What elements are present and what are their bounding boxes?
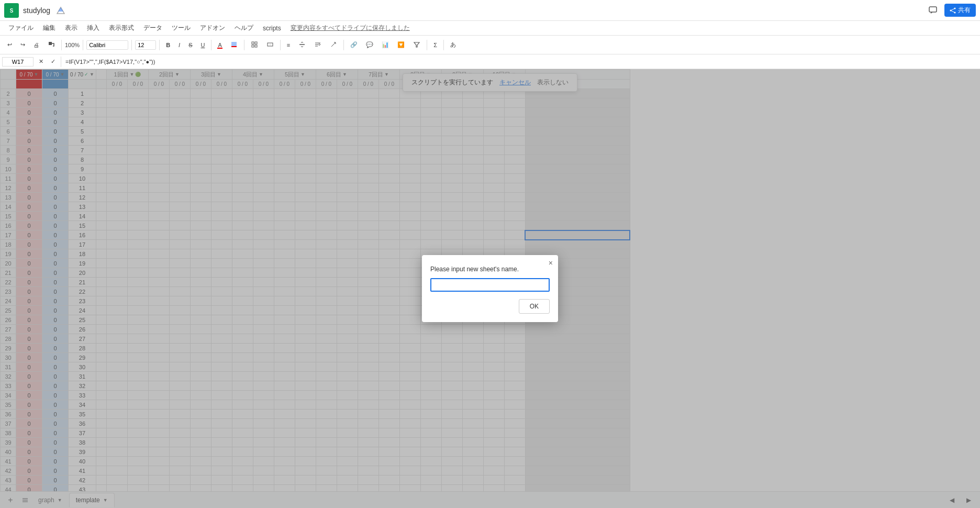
- menu-format[interactable]: 表示形式: [105, 21, 138, 35]
- svg-rect-15: [252, 45, 254, 47]
- svg-rect-14: [255, 42, 257, 44]
- menu-addons[interactable]: アドオン: [196, 21, 229, 35]
- font-name-input[interactable]: [86, 40, 128, 50]
- sep2: [83, 40, 83, 50]
- bold-btn[interactable]: B: [163, 40, 173, 50]
- formula-text: =IF(V17>"",'',IF($A17>V17,"○","●")): [63, 59, 978, 65]
- sep9: [427, 40, 427, 50]
- zoom-label: 100%: [65, 42, 80, 48]
- underline-btn[interactable]: U: [198, 40, 208, 50]
- merge-btn[interactable]: [263, 39, 277, 51]
- cell-reference-input[interactable]: [2, 57, 34, 67]
- comment-btn[interactable]: 💬: [363, 40, 376, 50]
- svg-rect-12: [231, 46, 237, 47]
- borders-btn[interactable]: [248, 39, 261, 51]
- fill-color-btn[interactable]: [227, 39, 241, 51]
- undo-btn[interactable]: ↩: [4, 40, 15, 50]
- sep6: [244, 40, 244, 50]
- menu-bar: ファイル 編集 表示 挿入 表示形式 データ ツール アドオン ヘルプ scri…: [0, 21, 980, 36]
- menu-view[interactable]: 表示: [61, 21, 82, 35]
- sep5: [211, 40, 211, 50]
- formula-actions: ✕ ✓: [36, 57, 59, 67]
- sigma-btn[interactable]: Σ: [430, 40, 440, 50]
- sep3: [131, 40, 132, 50]
- align-btn[interactable]: ≡: [284, 40, 293, 50]
- sep10: [443, 40, 444, 50]
- sep4: [159, 40, 160, 50]
- main-content: スクリプトを実行しています キャンセル 表示しない 0 / 70 ▼: [0, 69, 980, 508]
- filter-btn[interactable]: 🔽: [394, 40, 408, 50]
- modal-ok-btn[interactable]: OK: [519, 299, 550, 314]
- menu-file[interactable]: ファイル: [4, 21, 38, 35]
- toolbar: ↩ ↪ 🖨 100% B I S U A ≡ 🔗 💬 📊 🔽 Σ: [0, 36, 980, 54]
- share-label: 共有: [958, 6, 971, 15]
- modal-close-btn[interactable]: ×: [549, 259, 553, 267]
- rotate-btn[interactable]: [327, 39, 340, 51]
- modal-buttons: OK: [430, 299, 550, 314]
- menu-data[interactable]: データ: [139, 21, 166, 35]
- formula-sep: [61, 57, 61, 67]
- chart-btn[interactable]: 📊: [378, 40, 392, 50]
- svg-line-23: [331, 42, 336, 47]
- link-btn[interactable]: 🔗: [347, 40, 361, 50]
- formula-bar: ✕ ✓ =IF(V17>"",'',IF($A17>V17,"○","●")): [0, 54, 980, 69]
- print-btn[interactable]: 🖨: [30, 40, 42, 50]
- svg-rect-11: [231, 42, 237, 46]
- wrap-btn[interactable]: [311, 39, 325, 51]
- strikethrough-btn[interactable]: S: [185, 40, 195, 50]
- svg-text:S: S: [10, 8, 14, 14]
- app-title: studylog: [23, 6, 50, 15]
- menu-edit[interactable]: 編集: [39, 21, 60, 35]
- drive-icon[interactable]: [57, 6, 65, 15]
- valign-btn[interactable]: [295, 39, 309, 51]
- svg-rect-10: [49, 42, 52, 45]
- save-notice[interactable]: 変更内容をすべてドライブに保存しました: [291, 24, 410, 32]
- svg-line-8: [951, 8, 955, 10]
- filter2-btn[interactable]: [410, 39, 424, 51]
- text-color-btn[interactable]: A: [215, 40, 225, 50]
- menu-insert[interactable]: 挿入: [83, 21, 104, 35]
- modal-prompt: Please input new sheet's name.: [430, 266, 550, 273]
- svg-rect-16: [255, 45, 257, 47]
- svg-marker-24: [414, 42, 419, 47]
- menu-tools[interactable]: ツール: [168, 21, 195, 35]
- modal-overlay: × Please input new sheet's name. OK: [0, 69, 980, 508]
- japanese-btn[interactable]: あ: [447, 39, 459, 50]
- italic-btn[interactable]: I: [175, 40, 183, 50]
- top-bar: S studylog 共有: [0, 0, 980, 21]
- formula-confirm-btn[interactable]: ✓: [48, 57, 59, 67]
- sheet-name-input[interactable]: [430, 278, 550, 292]
- chat-icon-btn[interactable]: [926, 3, 940, 18]
- modal-dialog: × Please input new sheet's name. OK: [422, 255, 558, 322]
- sep8: [343, 40, 344, 50]
- svg-line-9: [951, 10, 955, 13]
- share-button[interactable]: 共有: [944, 4, 976, 17]
- paint-format-btn[interactable]: [44, 39, 58, 51]
- font-size-input[interactable]: [135, 40, 156, 50]
- menu-scripts[interactable]: scripts: [259, 23, 285, 34]
- svg-marker-3: [58, 7, 63, 12]
- svg-rect-13: [252, 42, 254, 44]
- top-right-icons: 共有: [926, 3, 976, 18]
- svg-rect-4: [929, 7, 937, 12]
- app-logo: S: [4, 3, 19, 18]
- sep7: [280, 40, 281, 50]
- redo-btn[interactable]: ↪: [17, 40, 28, 50]
- menu-help[interactable]: ヘルプ: [230, 21, 258, 35]
- sep1: [61, 40, 62, 50]
- formula-cancel-btn[interactable]: ✕: [36, 57, 47, 67]
